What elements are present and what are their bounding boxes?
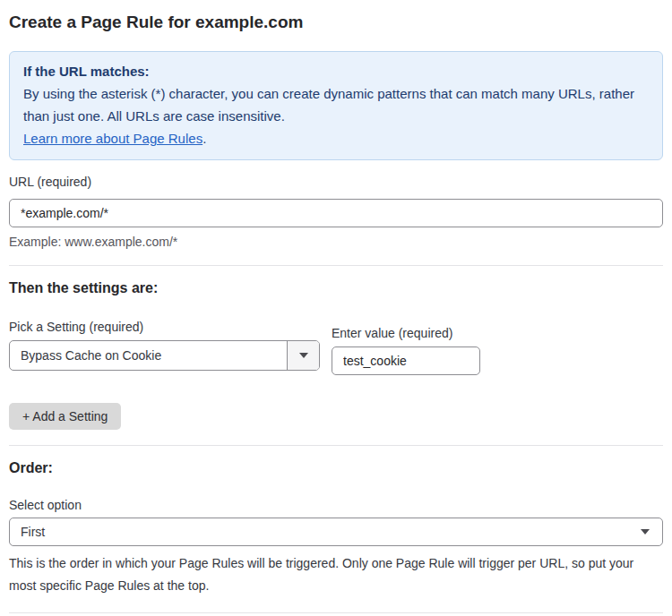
url-match-info-box: If the URL matches: By using the asteris… [9,51,663,160]
pick-setting-label: Pick a Setting (required) [9,321,320,334]
url-example-helper: Example: www.example.com/* [9,234,663,250]
divider [9,612,663,613]
url-label: URL (required) [9,175,663,189]
settings-section-heading: Then the settings are: [9,279,663,296]
divider [9,265,663,266]
page-title: Create a Page Rule for example.com [9,12,663,32]
chevron-down-icon [641,529,650,535]
order-helper-text: This is the order in which your Page Rul… [9,552,663,597]
link-suffix: . [202,131,206,146]
order-select[interactable]: First [9,518,663,546]
url-input[interactable] [9,199,663,227]
setting-select[interactable]: Bypass Cache on Cookie [9,340,320,371]
info-box-heading: If the URL matches: [23,60,649,82]
order-select-label: Select option [9,499,663,512]
info-box-link-line: Learn more about Page Rules. [23,127,649,150]
divider [9,445,663,446]
order-section-heading: Order: [9,459,663,476]
setting-select-value: Bypass Cache on Cookie [10,341,287,370]
setting-select-arrow-segment[interactable] [287,341,319,370]
enter-value-label: Enter value (required) [332,327,480,340]
chevron-down-icon [299,353,308,358]
settings-row: Pick a Setting (required) Bypass Cache o… [9,321,663,375]
pick-setting-column: Pick a Setting (required) Bypass Cache o… [9,321,320,375]
enter-value-column: Enter value (required) [332,327,480,375]
setting-value-input[interactable] [332,346,480,375]
learn-more-link[interactable]: Learn more about Page Rules [23,131,202,146]
info-box-body: By using the asterisk (*) character, you… [23,82,649,127]
add-setting-button[interactable]: + Add a Setting [9,403,121,430]
order-select-value: First [21,525,45,539]
